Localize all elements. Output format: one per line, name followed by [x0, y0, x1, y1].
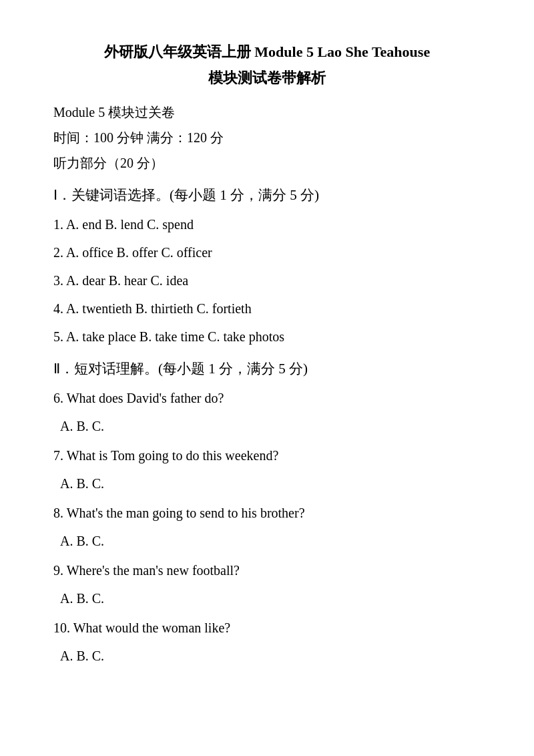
q5-options: A. take place B. take time C. take photo…	[66, 329, 284, 344]
q1-options: A. end B. lend C. spend	[66, 217, 194, 232]
q7-num: 7.	[53, 448, 63, 463]
section-label: 听力部分（20 分）	[53, 152, 481, 174]
q4-options: A. twentieth B. thirtieth C. fortieth	[66, 301, 252, 316]
q7-block: 7. What is Tom going to do this weekend?…	[53, 445, 481, 494]
module-title: Module 5 模块过关卷	[53, 102, 481, 123]
q3-options: A. dear B. hear C. idea	[66, 273, 188, 288]
q1: 1. A. end B. lend C. spend	[53, 214, 481, 235]
part1-header: Ⅰ．关键词语选择。(每小题 1 分，满分 5 分)	[53, 184, 481, 207]
q8-block: 8. What's the man going to send to his b…	[53, 502, 481, 552]
q7-question: What is Tom going to do this weekend?	[67, 448, 279, 463]
q9-num: 9.	[53, 563, 63, 578]
q7-text: 7. What is Tom going to do this weekend?	[53, 445, 481, 466]
time-line: 时间：100 分钟 满分：120 分	[53, 127, 481, 148]
q9-question: Where's the man's new football?	[67, 563, 240, 578]
part1-questions: 1. A. end B. lend C. spend 2. A. office …	[53, 214, 481, 347]
q8-question: What's the man going to send to his brot…	[67, 506, 305, 520]
title-block: 外研版八年级英语上册 Module 5 Lao She Teahouse 模块测…	[53, 40, 481, 89]
part2-header: Ⅱ．短对话理解。(每小题 1 分，满分 5 分)	[53, 358, 481, 381]
q8-text: 8. What's the man going to send to his b…	[53, 502, 481, 524]
part2-questions: 6. What does David's father do? A. B. C.…	[53, 387, 481, 667]
q2-num: 2.	[53, 245, 63, 260]
title-line2: 模块测试卷带解析	[53, 66, 481, 89]
q10-answer: A. B. C.	[53, 645, 481, 667]
q10-num: 10.	[53, 620, 70, 635]
q4: 4. A. twentieth B. thirtieth C. fortieth	[53, 298, 481, 319]
q8-num: 8.	[53, 506, 63, 520]
q10-question: What would the woman like?	[73, 620, 231, 635]
q6-text: 6. What does David's father do?	[53, 387, 481, 409]
title-line1: 外研版八年级英语上册 Module 5 Lao She Teahouse	[53, 40, 481, 63]
q5: 5. A. take place B. take time C. take ph…	[53, 326, 481, 347]
q4-num: 4.	[53, 301, 63, 316]
q9-block: 9. Where's the man's new football? A. B.…	[53, 560, 481, 609]
q6-block: 6. What does David's father do? A. B. C.	[53, 387, 481, 437]
q10-text: 10. What would the woman like?	[53, 617, 481, 638]
q7-answer: A. B. C.	[53, 473, 481, 494]
q2-options: A. office B. offer C. officer	[66, 245, 212, 260]
q1-num: 1.	[53, 217, 63, 232]
q6-answer: A. B. C.	[53, 415, 481, 437]
q3: 3. A. dear B. hear C. idea	[53, 270, 481, 291]
q2: 2. A. office B. offer C. officer	[53, 242, 481, 263]
q3-num: 3.	[53, 273, 63, 288]
q9-answer: A. B. C.	[53, 588, 481, 609]
q8-answer: A. B. C.	[53, 530, 481, 552]
q6-num: 6.	[53, 391, 63, 405]
q6-question: What does David's father do?	[67, 391, 224, 405]
q9-text: 9. Where's the man's new football?	[53, 560, 481, 581]
q10-block: 10. What would the woman like? A. B. C.	[53, 617, 481, 667]
q5-num: 5.	[53, 329, 63, 344]
